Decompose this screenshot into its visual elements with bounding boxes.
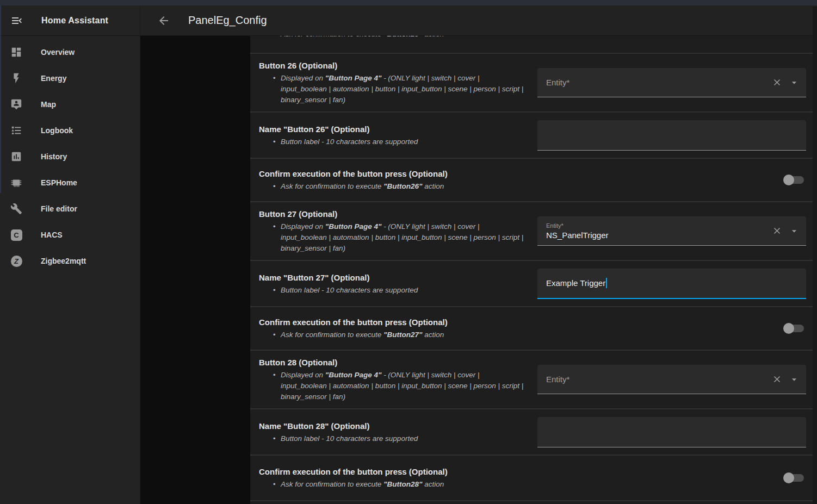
section-heading: Button 26 (Optional) <box>259 60 529 71</box>
tooltip-account-icon <box>10 98 23 111</box>
name-input-button28[interactable] <box>537 417 806 447</box>
clear-icon[interactable] <box>772 374 782 384</box>
section-texts: Name "Button 26" (Optional) • Button lab… <box>250 123 529 147</box>
hacs-c-icon: C <box>10 228 23 241</box>
sidebar: Home Assistant Overview Energy Map <box>0 5 140 504</box>
confirm-toggle-button28[interactable] <box>783 472 804 483</box>
sidebar-item-label: File editor <box>41 204 77 213</box>
confirm-toggle-button27[interactable] <box>783 323 804 334</box>
entity-select-button27[interactable]: Entity* NS_PanelTrigger <box>537 216 806 246</box>
confirm-toggle-button26[interactable] <box>783 175 804 185</box>
clear-icon[interactable] <box>772 77 782 88</box>
section-bullet: • Displayed on "Button Page 4" - (ONLY l… <box>259 221 529 254</box>
name-input-button27[interactable]: Example Trigger <box>537 269 806 299</box>
clear-icon[interactable] <box>772 226 782 236</box>
sidebar-item-label: History <box>41 152 67 161</box>
wrench-icon <box>10 202 23 215</box>
zigbee-z-icon: Z <box>10 254 23 267</box>
section-button-28: Button 28 (Optional) • Displayed on "But… <box>250 350 813 408</box>
section-heading: Name "Button 27" (Optional) <box>259 272 529 283</box>
entity-select-label: Entity* <box>546 375 570 384</box>
view-dashboard-icon <box>10 46 23 59</box>
section-bullet: • Button label - 10 characters are suppo… <box>259 433 529 444</box>
sidebar-item-label: Map <box>41 100 56 109</box>
chevron-down-icon[interactable] <box>789 77 800 88</box>
flash-icon <box>10 72 23 85</box>
section-bullet: • Button label - 10 characters are suppo… <box>259 285 529 296</box>
clipped-bullet-text: Ask for confirmation to execute "Button2… <box>281 36 444 40</box>
section-bullet: • Ask for confirmation to execute "Butto… <box>259 329 783 340</box>
sidebar-item-map[interactable]: Map <box>0 91 140 117</box>
sidebar-item-file-editor[interactable]: File editor <box>0 196 140 222</box>
entity-select-label: Entity* <box>546 222 564 229</box>
chart-box-icon <box>10 150 23 163</box>
sidebar-item-logbook[interactable]: Logbook <box>0 117 140 144</box>
section-texts: Confirm execution of the button press (O… <box>250 316 783 340</box>
chip-icon <box>10 176 23 189</box>
window-top-strip <box>0 0 817 5</box>
section-texts: Button 26 (Optional) • Displayed on "But… <box>250 60 529 105</box>
section-heading: Confirm execution of the button press (O… <box>259 168 783 179</box>
section-heading: Confirm execution of the button press (O… <box>259 466 783 477</box>
arrow-left-icon[interactable] <box>157 14 171 28</box>
section-confirm-button-27: Confirm execution of the button press (O… <box>250 306 813 350</box>
app-root: Home Assistant Overview Energy Map <box>0 5 817 504</box>
app-title: Home Assistant <box>41 16 108 26</box>
section-bullet: • Displayed on "Button Page 4" - (ONLY l… <box>259 73 529 105</box>
main-area: PanelEg_Config Ask for confirmation to e… <box>140 5 817 504</box>
menu-open-icon[interactable] <box>10 14 24 28</box>
section-confirm-button25-clipped: Ask for confirmation to execute "Button2… <box>250 36 813 53</box>
field-column: Entity* NS_PanelTrigger <box>537 216 806 246</box>
section-texts: Name "Button 27" (Optional) • Button lab… <box>250 272 529 296</box>
entity-select-button28[interactable]: Entity* <box>537 365 806 394</box>
field-column <box>537 417 806 447</box>
entity-select-label: Entity* <box>546 78 570 87</box>
field-column: Entity* <box>537 365 806 394</box>
section-name-button-26: Name "Button 26" (Optional) • Button lab… <box>250 111 813 158</box>
sidebar-item-label: ESPHome <box>41 178 77 187</box>
sidebar-item-label: Zigbee2mqtt <box>41 257 86 265</box>
toggle-column <box>783 472 804 483</box>
entity-select-value: NS_PanelTrigger <box>546 231 609 240</box>
section-bullet: • Ask for confirmation to execute "Butto… <box>259 479 783 490</box>
entity-select-button26[interactable]: Entity* <box>537 68 806 97</box>
section-button-26: Button 26 (Optional) • Displayed on "But… <box>250 53 813 111</box>
sidebar-nav: Overview Energy Map Logbook <box>0 36 140 274</box>
section-texts: Button 28 (Optional) • Displayed on "But… <box>250 357 529 402</box>
section-texts: Confirm execution of the button press (O… <box>250 466 783 490</box>
section-confirm-button-26: Confirm execution of the button press (O… <box>250 158 813 201</box>
section-heading: Confirm execution of the button press (O… <box>259 316 783 328</box>
window-edge-highlight <box>0 5 1 193</box>
main-header: PanelEg_Config <box>140 5 817 36</box>
sidebar-item-label: Logbook <box>41 126 73 135</box>
section-heading: Button 27 (Optional) <box>259 208 529 220</box>
sidebar-item-label: HACS <box>41 231 63 239</box>
section-name-button-28: Name "Button 28" (Optional) • Button lab… <box>250 408 813 455</box>
section-bullet: • Button label - 10 characters are suppo… <box>259 136 529 147</box>
toggle-column <box>783 175 804 185</box>
section-bullet: • Displayed on "Button Page 4" - (ONLY l… <box>259 370 529 402</box>
name-input-button26[interactable] <box>537 120 806 151</box>
config-card: Ask for confirmation to execute "Button2… <box>250 36 813 504</box>
chevron-down-icon[interactable] <box>789 226 800 237</box>
sidebar-item-overview[interactable]: Overview <box>0 39 140 65</box>
sidebar-item-hacs[interactable]: C HACS <box>0 222 140 248</box>
chevron-down-icon[interactable] <box>789 374 800 385</box>
sidebar-item-energy[interactable]: Energy <box>0 65 140 91</box>
vertical-scrollbar[interactable] <box>813 7 817 504</box>
section-heading: Name "Button 28" (Optional) <box>259 420 529 432</box>
section-confirm-button-28: Confirm execution of the button press (O… <box>250 455 813 501</box>
sidebar-item-history[interactable]: History <box>0 144 140 170</box>
section-texts: Name "Button 28" (Optional) • Button lab… <box>250 420 529 444</box>
text-cursor <box>606 278 607 288</box>
field-column <box>537 120 806 151</box>
config-content: Ask for confirmation to execute "Button2… <box>140 36 817 504</box>
sidebar-item-zigbee2mqtt[interactable]: Z Zigbee2mqtt <box>0 248 140 274</box>
sidebar-item-esphome[interactable]: ESPHome <box>0 170 140 196</box>
field-column: Entity* <box>537 68 806 97</box>
section-heading: Button 28 (Optional) <box>259 357 529 368</box>
toggle-column <box>783 323 804 334</box>
section-heading: Name "Button 26" (Optional) <box>259 123 529 135</box>
sidebar-header: Home Assistant <box>0 5 140 36</box>
section-bullet: • Ask for confirmation to execute "Butto… <box>259 181 783 192</box>
